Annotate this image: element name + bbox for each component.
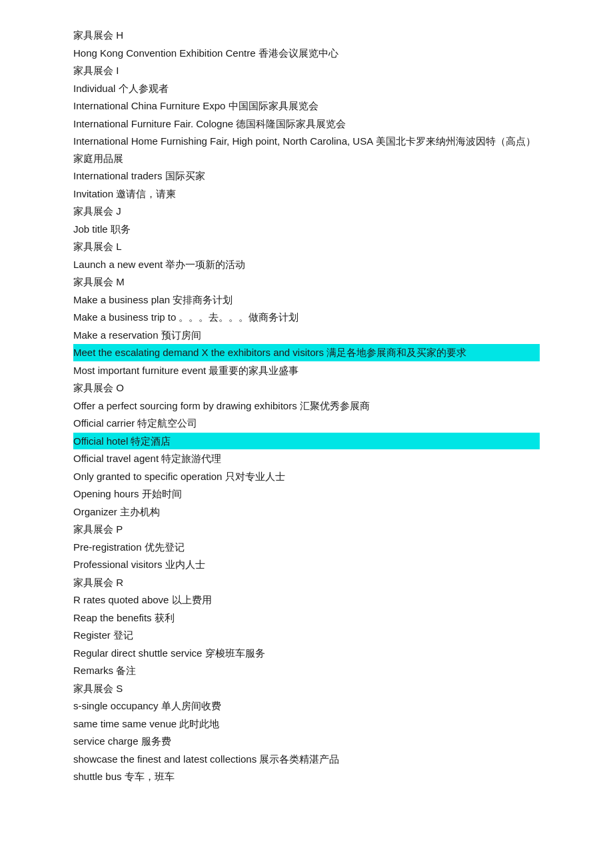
content-line-l41: showcase the finest and latest collectio… [73,751,540,768]
content-line-l20: 家具展会 O [73,379,540,397]
content-line-l37: 家具展会 S [73,680,540,697]
content-line-l27: Organizer 主办机构 [73,503,540,521]
content-line-l23: Official hotel 特定酒店 [73,433,540,450]
content-line-l15: Make a business plan 安排商务计划 [73,291,540,309]
content-line-l40: service charge 服务费 [73,733,540,750]
content-line-l39: same time same venue 此时此地 [73,715,540,733]
content-line-l30: Professional visitors 业内人士 [73,556,540,573]
content-line-l6: International Furniture Fair. Cologne 德国… [73,115,540,133]
content-line-l11: Job title 职务 [73,221,540,238]
content-line-l28: 家具展会 P [73,521,540,538]
content-line-l13: Launch a new event 举办一项新的活动 [73,256,540,273]
content-line-l33: Reap the benefits 获利 [73,609,540,627]
content-line-l5: International China Furniture Expo 中国国际家… [73,97,540,115]
content-line-l2: Hong Kong Convention Exhibition Centre 香… [73,45,540,62]
content-line-l24: Official travel agent 特定旅游代理 [73,450,540,467]
content-line-l9: Invitation 邀请信，请柬 [73,185,540,203]
content-line-l42: shuttle bus 专车，班车 [73,768,540,785]
content-line-l22: Official carrier 特定航空公司 [73,415,540,432]
content-line-l16: Make a business trip to 。。。去。。。做商务计划 [73,309,540,326]
content-line-l32: R rates quoted above 以上费用 [73,591,540,609]
content-line-l1: 家具展会 H [73,27,540,44]
content-line-l14: 家具展会 M [73,273,540,291]
content-line-l38: s-single occupancy 单人房间收费 [73,697,540,715]
content-line-l4: Individual 个人参观者 [73,80,540,97]
content-line-l21: Offer a perfect sourcing form by drawing… [73,397,540,415]
content-line-l17: Make a reservation 预订房间 [73,327,540,344]
content-line-l25: Only granted to specific operation 只对专业人… [73,468,540,485]
content-line-l35: Regular direct shuttle service 穿梭班车服务 [73,645,540,662]
content-line-l19: Most important furniture event 最重要的家具业盛事 [73,362,540,379]
content-line-l7: International Home Furnishing Fair, High… [73,133,540,167]
content-line-l10: 家具展会 J [73,203,540,220]
content-line-l18: Meet the escalating demand X the exhibit… [73,344,540,361]
content-line-l26: Opening hours 开始时间 [73,485,540,503]
content-line-l34: Register 登记 [73,627,540,644]
content-line-l12: 家具展会 L [73,238,540,255]
content-line-l31: 家具展会 R [73,574,540,591]
main-content: 家具展会 HHong Kong Convention Exhibition Ce… [73,27,540,785]
content-line-l29: Pre-registration 优先登记 [73,539,540,556]
content-line-l8: International traders 国际买家 [73,167,540,185]
content-line-l3: 家具展会 I [73,62,540,79]
content-line-l36: Remarks 备注 [73,662,540,679]
